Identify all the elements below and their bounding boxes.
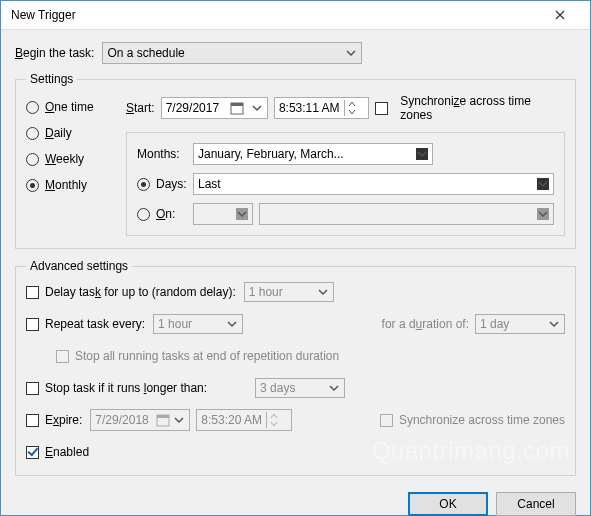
chevron-down-icon [345, 47, 357, 59]
enabled-label: Enabled [45, 445, 89, 459]
days-dropdown[interactable]: Last [193, 173, 554, 195]
expire-date-value: 7/29/2018 [95, 413, 148, 427]
svg-rect-1 [231, 103, 243, 106]
chevron-down-icon [173, 414, 185, 426]
stop-if-dropdown: 3 days [255, 378, 345, 398]
chevron-down-icon [226, 318, 238, 330]
expire-time-input: 8:53:20 AM [196, 409, 292, 431]
calendar-icon [230, 101, 244, 115]
months-value: January, February, March... [198, 147, 344, 161]
stop-if-label: Stop task if it runs longer than: [45, 381, 207, 395]
advanced-group: Advanced settings Delay task for up to (… [15, 259, 576, 476]
settings-legend: Settings [26, 72, 77, 86]
monthly-label: Monthly [45, 178, 87, 192]
chevron-down-icon [416, 148, 428, 160]
delay-dropdown: 1 hour [244, 282, 334, 302]
spinner-down-icon [270, 421, 278, 427]
on-label: On: [156, 207, 175, 221]
expire-time-value: 8:53:20 AM [201, 413, 262, 427]
advanced-legend: Advanced settings [26, 259, 132, 273]
start-date-input[interactable]: 7/29/2017 [161, 97, 268, 119]
ok-button[interactable]: OK [408, 492, 488, 516]
delay-check[interactable] [26, 286, 39, 299]
cancel-button[interactable]: Cancel [496, 492, 576, 516]
time-spinner[interactable] [344, 100, 357, 116]
repeat-label: Repeat task every: [45, 317, 145, 331]
radio-daily[interactable] [26, 127, 39, 140]
weekly-label: Weekly [45, 152, 84, 166]
duration-label: for a duration of: [382, 317, 469, 331]
repeat-dropdown: 1 hour [153, 314, 243, 334]
on-week-dropdown [193, 203, 253, 225]
monthly-box: Months: January, February, March... Days… [126, 132, 565, 236]
delay-value: 1 hour [249, 285, 283, 299]
stop-if-value: 3 days [260, 381, 295, 395]
chevron-down-icon [251, 102, 263, 114]
chevron-down-icon [236, 208, 248, 220]
radio-days[interactable] [137, 178, 150, 191]
one-time-label: One time [45, 100, 94, 114]
duration-dropdown: 1 day [475, 314, 565, 334]
svg-rect-3 [157, 415, 169, 418]
days-label: Days: [156, 177, 187, 191]
radio-on[interactable] [137, 208, 150, 221]
close-button[interactable] [540, 1, 580, 29]
expire-date-input: 7/29/2018 [90, 409, 190, 431]
time-spinner [266, 412, 279, 428]
sync-tz2-check [380, 414, 393, 427]
chevron-down-icon [537, 178, 549, 190]
begin-task-value: On a schedule [107, 46, 184, 60]
chevron-down-icon [548, 318, 560, 330]
chevron-down-icon [537, 208, 549, 220]
months-dropdown[interactable]: January, February, March... [193, 143, 433, 165]
begin-task-combo[interactable]: On a schedule [102, 42, 362, 64]
spinner-up-icon [348, 101, 356, 107]
repeat-value: 1 hour [158, 317, 192, 331]
start-date-value: 7/29/2017 [166, 101, 219, 115]
calendar-icon [156, 413, 170, 427]
delay-label: Delay task for up to (random delay): [45, 285, 236, 299]
start-time-input[interactable]: 8:53:11 AM [274, 97, 369, 119]
settings-group: Settings One time Daily Weekly Monthly S… [15, 72, 576, 249]
enabled-check[interactable] [26, 446, 39, 459]
sync-tz-label: Synchronize across time zones [400, 94, 565, 122]
expire-check[interactable] [26, 414, 39, 427]
on-day-dropdown [259, 203, 554, 225]
expire-label: Expire: [45, 413, 82, 427]
months-label: Months: [137, 147, 193, 161]
stop-all-label: Stop all running tasks at end of repetit… [75, 349, 339, 363]
window-title: New Trigger [11, 8, 540, 22]
stop-if-check[interactable] [26, 382, 39, 395]
repeat-check[interactable] [26, 318, 39, 331]
duration-value: 1 day [480, 317, 509, 331]
stop-all-check [56, 350, 69, 363]
sync-tz-check[interactable] [375, 102, 388, 115]
start-time-value: 8:53:11 AM [279, 101, 340, 115]
radio-monthly[interactable] [26, 179, 39, 192]
close-icon [555, 10, 565, 20]
chevron-down-icon [317, 286, 329, 298]
daily-label: Daily [45, 126, 72, 140]
radio-one-time[interactable] [26, 101, 39, 114]
chevron-down-icon [328, 382, 340, 394]
start-label: Start: [126, 101, 155, 115]
days-value: Last [198, 177, 221, 191]
spinner-down-icon [348, 109, 356, 115]
sync-tz2-label: Synchronize across time zones [399, 413, 565, 427]
begin-task-label: Begin the task: [15, 46, 94, 60]
spinner-up-icon [270, 413, 278, 419]
radio-weekly[interactable] [26, 153, 39, 166]
